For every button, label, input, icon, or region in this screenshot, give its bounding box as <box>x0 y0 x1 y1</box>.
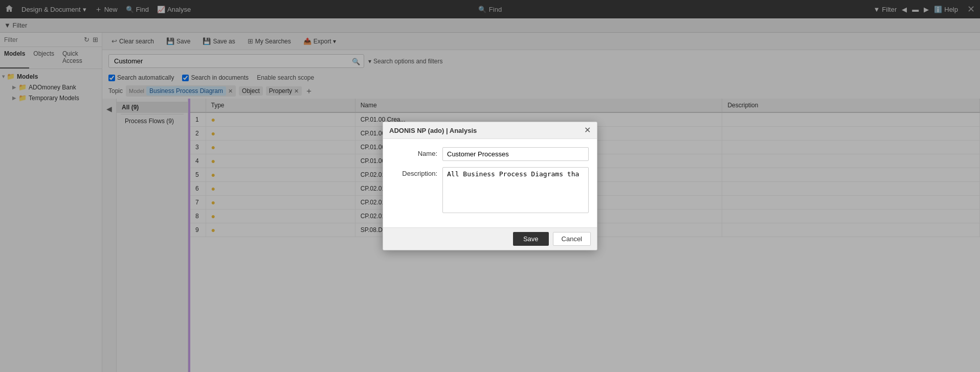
name-row: Name: <box>391 147 589 161</box>
dialog-header: ADONIS NP (ado) | Analysis ✕ <box>383 122 597 139</box>
dialog-cancel-button[interactable]: Cancel <box>553 232 591 246</box>
analysis-dialog: ADONIS NP (ado) | Analysis ✕ Name: Descr… <box>383 122 597 250</box>
dialog-footer: Save Cancel <box>383 227 597 250</box>
dialog-close-button[interactable]: ✕ <box>584 126 591 134</box>
dialog-body: Name: Description: <box>383 139 597 227</box>
modal-overlay[interactable]: ADONIS NP (ado) | Analysis ✕ Name: Descr… <box>0 0 980 372</box>
dialog-save-button[interactable]: Save <box>513 232 549 246</box>
name-label: Name: <box>391 147 437 157</box>
dialog-title: ADONIS NP (ado) | Analysis <box>389 127 477 134</box>
description-label: Description: <box>391 167 437 177</box>
name-input[interactable] <box>442 147 589 161</box>
description-row: Description: <box>391 167 589 213</box>
description-textarea[interactable] <box>442 167 589 213</box>
